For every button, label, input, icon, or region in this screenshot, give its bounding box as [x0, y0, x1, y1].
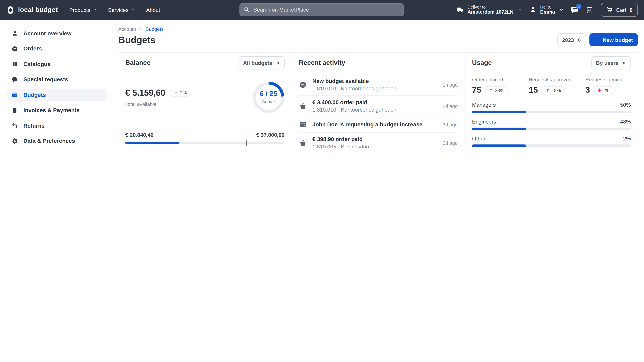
search-icon	[244, 6, 249, 12]
data-preferences-icon	[12, 138, 18, 144]
usage-stat-row: 1518%	[529, 85, 586, 95]
activity-time: 5d ago	[442, 140, 458, 146]
breadcrumb: Account Budgets	[118, 26, 164, 32]
usage-bar-fill	[472, 144, 526, 147]
basket-icon	[299, 139, 307, 147]
total-amount-caption: Total amount	[258, 147, 284, 148]
breadcrumb-budgets[interactable]: Budgets	[146, 26, 164, 32]
sidebar-item-account-overview[interactable]: Account overview	[8, 27, 107, 39]
active-budgets-donut: 6 / 25 Active	[253, 82, 284, 113]
recent-activity-card: Recent activity New budget available1.81…	[292, 52, 465, 148]
balance-change-value: 2%	[180, 90, 187, 95]
sidebar-item-returns[interactable]: Returns	[8, 119, 107, 132]
returns-icon	[12, 122, 18, 129]
deliver-to-menu[interactable]: Deliver to Amsterdam 1072LN	[456, 4, 522, 15]
usage-stat-value: 75	[472, 85, 481, 95]
nav-item-label: About	[146, 7, 160, 13]
brand[interactable]: local budget	[6, 5, 58, 14]
usage-bar-fill	[472, 128, 526, 130]
activity-texts: € 398,90 order paid1.810.005 - Koningsda…	[312, 136, 437, 148]
total-amount-value: € 37.000,00	[256, 132, 284, 138]
nav-item-services[interactable]: Services	[108, 7, 135, 13]
sidebar-item-label: Invoices & Payments	[24, 107, 80, 113]
total-available-amount: € 5.159,60	[125, 88, 165, 98]
messages-button[interactable]: 1	[570, 6, 579, 14]
chevron-down-icon	[518, 8, 522, 12]
cart-button[interactable]: Cart 0	[601, 3, 638, 17]
usage-bar-track	[472, 144, 631, 147]
sidebar-item-budgets[interactable]: Budgets	[8, 89, 107, 101]
deliver-to-label: Deliver to	[468, 4, 513, 9]
sidebar: Account overviewOrdersCatalogueSpecial r…	[0, 20, 114, 148]
usage-bar-track	[472, 128, 631, 130]
nav-item-label: Services	[108, 7, 128, 13]
logo-icon	[6, 5, 14, 14]
usage-stat: Orders placed7523%	[472, 77, 529, 95]
user-menu[interactable]: Hello, Emma	[529, 4, 564, 15]
balance-progress: € 20.840,40 € 37.000,00 Total spent Tota…	[125, 132, 284, 148]
activity-item[interactable]: New budget available1.810.010 - Kantoorb…	[299, 74, 458, 95]
activity-item[interactable]: € 398,90 order paid1.810.005 - Koningsda…	[299, 132, 458, 148]
nav-item-about[interactable]: About	[146, 7, 160, 13]
activity-list: New budget available1.810.010 - Kantoorb…	[299, 74, 458, 148]
order-lists-button[interactable]	[586, 6, 594, 14]
year-select-value: 2023	[562, 37, 574, 43]
year-select[interactable]: 2023	[558, 33, 586, 46]
activity-time: 1h ago	[442, 82, 458, 88]
usage-filter-value: By users	[596, 60, 619, 66]
usage-stat-change-value: 23%	[495, 88, 504, 92]
arrow-up-icon	[488, 88, 493, 92]
sidebar-item-label: Orders	[24, 45, 42, 52]
activity-item[interactable]: John Doe is requesting a budget increase…	[299, 117, 458, 132]
activity-texts: € 3.400,00 order paid1.810.010 - Kantoor…	[312, 99, 437, 113]
usage-card: Usage By users Orders placed7523%Request…	[465, 52, 638, 148]
new-budget-button[interactable]: New budget	[590, 33, 638, 46]
basket-icon	[299, 102, 307, 110]
chevron-down-icon	[560, 8, 564, 12]
page-header: Budgets 2023 New budget	[118, 33, 638, 46]
breadcrumb-account[interactable]: Account	[118, 26, 136, 32]
activity-title: John Doe is requesting a budget increase	[312, 121, 437, 128]
topbar-right: Deliver to Amsterdam 1072LN Hello, Emma …	[456, 0, 638, 20]
sidebar-item-catalogue[interactable]: Catalogue	[8, 58, 107, 70]
usage-stat: Requests approved1518%	[529, 77, 586, 95]
sidebar-item-orders[interactable]: Orders	[8, 42, 107, 55]
balance-card: Balance All budgets € 5.159,60 2% Total …	[118, 52, 292, 148]
plus-icon	[594, 37, 600, 42]
balance-title: Balance	[125, 59, 150, 66]
balance-filter-select[interactable]: All budgets	[239, 56, 284, 69]
sidebar-item-invoices-payments[interactable]: Invoices & Payments	[8, 104, 107, 116]
balance-progress-track	[125, 142, 284, 144]
clipboard-check-icon	[586, 6, 594, 14]
usage-bars: Managers50%Engineers48%Other2%	[472, 102, 631, 147]
truck-icon	[456, 6, 464, 14]
activity-item[interactable]: € 3.400,00 order paid1.810.010 - Kantoor…	[299, 95, 458, 116]
activity-subtitle: 1.810.005 - Koningsdag	[312, 144, 437, 148]
app: local budget ProductsServicesAbout Deliv…	[0, 0, 644, 148]
page-title: Budgets	[118, 34, 156, 45]
usage-bar: Managers50%	[472, 102, 631, 113]
usage-filter-select[interactable]: By users	[592, 56, 631, 69]
arrow-down-icon	[598, 88, 602, 92]
balance-filter-value: All budgets	[243, 60, 272, 66]
usage-bar: Other2%	[472, 135, 631, 147]
sidebar-item-label: Special requests	[24, 76, 68, 83]
activity-title: € 3.400,00 order paid	[312, 99, 437, 106]
usage-stats: Orders placed7523%Requests approved1518%…	[472, 77, 631, 95]
special-requests-icon	[12, 76, 18, 83]
usage-bar-percent: 50%	[620, 102, 631, 108]
sidebar-item-data-preferences[interactable]: Data & Preferences	[8, 135, 107, 147]
orders-icon	[12, 45, 18, 52]
usage-stat: Requests denied32%	[586, 77, 631, 95]
usage-bar-name: Other	[472, 135, 486, 142]
activity-time: 2d ago	[442, 103, 458, 109]
invoices-icon	[12, 107, 18, 113]
usage-stat-row: 7523%	[472, 85, 529, 95]
greeting-label: Hello,	[540, 4, 555, 9]
usage-bar: Engineers48%	[472, 119, 631, 130]
nav-item-products[interactable]: Products	[69, 7, 97, 13]
brand-name: local budget	[18, 6, 58, 13]
usage-stat-label: Requests approved	[529, 77, 586, 82]
search-input[interactable]	[240, 3, 404, 16]
sidebar-item-special-requests[interactable]: Special requests	[8, 73, 107, 85]
